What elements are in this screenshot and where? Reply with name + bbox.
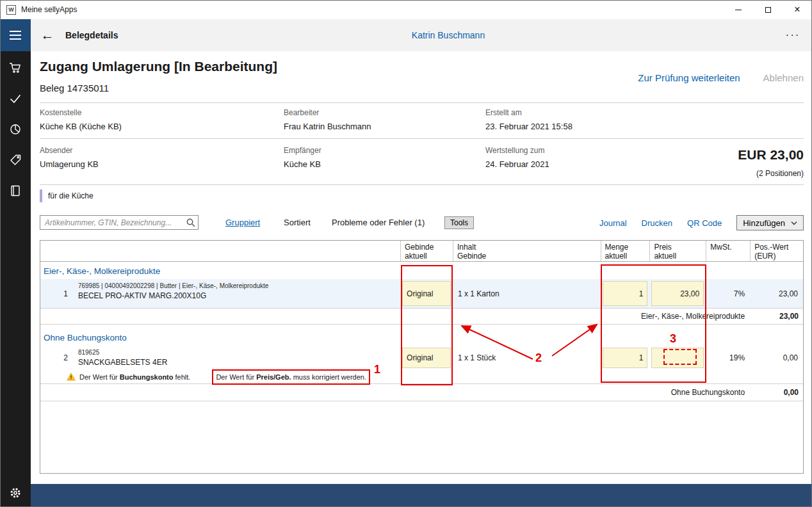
- group-header-ohne-buchungskonto[interactable]: Ohne Buchungskonto: [40, 328, 803, 346]
- sidebar-item-settings[interactable]: [0, 479, 31, 507]
- mwst-cell: 7%: [706, 279, 750, 308]
- toolbar-right: Journal Drucken QR Code Hinzufügen: [599, 215, 804, 230]
- minimize-icon: [735, 10, 742, 10]
- book-icon: [9, 184, 22, 197]
- menge-cell[interactable]: 1: [603, 281, 648, 306]
- column-header-mwst: MwSt.: [706, 241, 750, 261]
- field-value-bearbeiter: Frau Katrin Buschmann: [284, 122, 371, 131]
- sidebar-item-prices[interactable]: [0, 146, 31, 174]
- more-options-button[interactable]: ···: [780, 19, 806, 51]
- field-label-erstellt-am: Erstellt am: [485, 108, 522, 117]
- validation-warning-row: Der Wert für Buchungskonto fehlt. Der We…: [40, 370, 803, 384]
- warning-text-buchungskonto: Der Wert für Buchungskonto fehlt.: [79, 373, 190, 381]
- column-header-menge: Menge aktuell: [601, 241, 650, 261]
- field-label-empfaenger: Empfänger: [284, 146, 321, 155]
- gear-icon: [9, 487, 22, 499]
- warning-icon: [67, 373, 76, 381]
- close-icon: ×: [794, 4, 800, 15]
- field-label-kostenstelle: Kostenstelle: [40, 108, 81, 117]
- row-number: 1: [40, 279, 74, 308]
- qr-code-link[interactable]: QR Code: [687, 218, 722, 228]
- column-header-poswert: Pos.-Wert (EUR): [750, 241, 803, 261]
- gebinde-cell[interactable]: Original: [402, 348, 451, 368]
- footer-bar: [31, 484, 812, 507]
- back-icon: ←: [41, 28, 54, 42]
- article-description: 819625 SNACKGABELSETS 4ER: [74, 346, 400, 370]
- page-header-title: Belegdetails: [65, 19, 118, 51]
- tools-button[interactable]: Tools: [444, 216, 474, 229]
- field-value-absender: Umlagerung KB: [40, 159, 99, 169]
- document-number: Beleg 14735011: [40, 83, 109, 93]
- document-actions: Zur Prüfung weiterleiten Ablehnen: [638, 70, 804, 86]
- current-user-link[interactable]: Katrin Buschmann: [365, 19, 532, 51]
- back-button[interactable]: ←: [37, 19, 58, 51]
- subtotal-value: 0,00: [750, 388, 803, 397]
- group-header-molkereiprodukte[interactable]: Eier-, Käse-, Molkereiprodukte: [40, 262, 803, 279]
- search-input[interactable]: [40, 216, 185, 229]
- field-value-erstellt-am: 23. Februar 2021 15:58: [485, 122, 572, 131]
- sidebar: [0, 51, 31, 507]
- field-value-wertstellung: 24. Februar 2021: [485, 159, 549, 169]
- window-controls: ×: [724, 0, 812, 19]
- close-button[interactable]: ×: [783, 0, 812, 19]
- hamburger-icon: [10, 31, 21, 32]
- field-value-empfaenger: Küche KB: [284, 159, 321, 169]
- table-row-position-2[interactable]: 2 819625 SNACKGABELSETS 4ER Original 1 x…: [40, 346, 803, 370]
- ellipsis-icon: ···: [786, 29, 800, 41]
- add-button[interactable]: Hinzufügen: [736, 215, 804, 230]
- preis-cell[interactable]: 23,00: [651, 281, 704, 306]
- gebinde-cell[interactable]: Original: [402, 281, 451, 306]
- table-header-row: Gebinde aktuell Inhalt Gebinde Menge akt…: [40, 241, 803, 262]
- search-field: [40, 215, 199, 230]
- article-name: BECEL PRO-AKTIV MARG.200X10G: [78, 291, 400, 300]
- sidebar-item-reports[interactable]: [0, 115, 31, 143]
- document-note: für die Küche: [40, 189, 93, 202]
- cart-icon: [9, 61, 22, 74]
- grouped-toggle[interactable]: Gruppiert: [225, 215, 260, 230]
- preis-cell-empty[interactable]: [651, 348, 704, 368]
- journal-link[interactable]: Journal: [599, 218, 627, 228]
- divider: [40, 102, 804, 103]
- poswert-cell: 23,00: [750, 279, 803, 308]
- field-value-kostenstelle: Küche KB (Küche KB): [40, 122, 122, 131]
- sidebar-item-journal[interactable]: [0, 177, 31, 205]
- field-label-bearbeiter: Bearbeiter: [284, 108, 319, 117]
- app-logo-icon: W: [6, 5, 16, 15]
- document-total: EUR 23,00: [738, 147, 804, 163]
- inhalt-gebinde-cell: 1 x 1 Stück: [453, 346, 601, 370]
- sidebar-item-cart[interactable]: [0, 54, 31, 82]
- article-description: 769985 | 04000492002298 | Butter | Eier-…: [74, 279, 400, 308]
- poswert-cell: 0,00: [750, 346, 803, 370]
- group-subtotal-row: Eier-, Käse-, Molkereiprodukte 23,00: [40, 309, 803, 325]
- reject-link[interactable]: Ablehnen: [763, 70, 804, 86]
- warning-text-preis: Der Wert für Preis/Geb. muss korrigiert …: [216, 373, 366, 381]
- check-icon: [9, 92, 22, 105]
- positions-count: (2 Positionen): [756, 169, 804, 178]
- divider: [40, 138, 804, 139]
- field-label-wertstellung: Wertstellung zum: [485, 146, 544, 155]
- subtotal-label: Ohne Buchungskonto: [40, 388, 750, 397]
- problems-filter[interactable]: Probleme oder Fehler (1): [332, 215, 425, 230]
- minimize-button[interactable]: [724, 0, 753, 19]
- window-title: Meine sellyApps: [21, 0, 77, 19]
- maximize-button[interactable]: [753, 0, 783, 19]
- maximize-icon: [765, 7, 771, 13]
- menge-cell[interactable]: 1: [603, 348, 648, 368]
- column-header-gebinde: Gebinde aktuell: [400, 241, 453, 261]
- search-icon[interactable]: [186, 218, 196, 228]
- field-label-absender: Absender: [40, 146, 72, 155]
- hamburger-menu-button[interactable]: [0, 19, 31, 51]
- print-link[interactable]: Drucken: [642, 218, 672, 228]
- forward-for-review-link[interactable]: Zur Prüfung weiterleiten: [638, 70, 740, 86]
- tag-icon: [9, 154, 22, 166]
- sorted-toggle[interactable]: Sortiert: [284, 215, 311, 230]
- positions-table: Gebinde aktuell Inhalt Gebinde Menge akt…: [40, 240, 804, 474]
- annotation-label-1: 1: [374, 363, 380, 376]
- column-header-preis: Preis aktuell: [649, 241, 706, 261]
- mwst-cell: 19%: [706, 346, 750, 370]
- titlebar: W Meine sellyApps ×: [0, 0, 812, 19]
- add-button-label: Hinzufügen: [743, 218, 785, 228]
- sidebar-item-tasks[interactable]: [0, 84, 31, 113]
- subtotal-value: 23,00: [750, 312, 803, 321]
- table-row-position-1[interactable]: 1 769985 | 04000492002298 | Butter | Eie…: [40, 279, 803, 309]
